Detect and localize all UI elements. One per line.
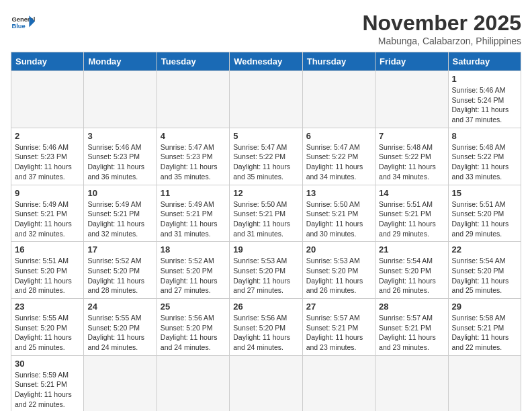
title-block: November 2025 Mabunga, Calabarzon, Phili… [362, 11, 521, 46]
calendar-cell [157, 355, 229, 411]
calendar-cell: 2Sunrise: 5:46 AM Sunset: 5:23 PM Daylig… [11, 128, 84, 185]
day-info: Sunrise: 5:57 AM Sunset: 5:21 PM Dayligh… [306, 313, 371, 353]
day-number: 11 [161, 188, 226, 198]
calendar-cell: 15Sunrise: 5:51 AM Sunset: 5:20 PM Dayli… [448, 185, 521, 242]
day-number: 26 [233, 302, 298, 312]
day-number: 13 [306, 188, 371, 198]
day-info: Sunrise: 5:48 AM Sunset: 5:22 PM Dayligh… [379, 142, 444, 182]
calendar-cell: 26Sunrise: 5:56 AM Sunset: 5:20 PM Dayli… [230, 299, 302, 356]
day-number: 16 [15, 244, 80, 255]
day-number: 24 [87, 302, 152, 312]
calendar-cell: 1Sunrise: 5:46 AM Sunset: 5:24 PM Daylig… [448, 71, 521, 128]
calendar-cell: 14Sunrise: 5:51 AM Sunset: 5:21 PM Dayli… [375, 185, 448, 242]
calendar-week-row: 1Sunrise: 5:46 AM Sunset: 5:24 PM Daylig… [11, 71, 521, 128]
calendar-cell [302, 71, 375, 128]
day-number: 22 [452, 244, 517, 255]
calendar-week-row: 2Sunrise: 5:46 AM Sunset: 5:23 PM Daylig… [11, 128, 521, 185]
day-info: Sunrise: 5:47 AM Sunset: 5:22 PM Dayligh… [306, 142, 371, 182]
day-number: 20 [306, 244, 371, 255]
calendar-cell: 13Sunrise: 5:50 AM Sunset: 5:21 PM Dayli… [302, 185, 375, 242]
day-number: 30 [15, 359, 80, 369]
calendar-cell: 9Sunrise: 5:49 AM Sunset: 5:21 PM Daylig… [11, 185, 84, 242]
day-info: Sunrise: 5:53 AM Sunset: 5:20 PM Dayligh… [233, 256, 298, 295]
calendar-cell: 17Sunrise: 5:52 AM Sunset: 5:20 PM Dayli… [84, 242, 157, 299]
day-info: Sunrise: 5:49 AM Sunset: 5:21 PM Dayligh… [87, 199, 152, 239]
calendar-header-row: SundayMondayTuesdayWednesdayThursdayFrid… [11, 52, 521, 71]
month-title: November 2025 [362, 11, 521, 36]
day-info: Sunrise: 5:54 AM Sunset: 5:20 PM Dayligh… [452, 256, 517, 295]
day-info: Sunrise: 5:57 AM Sunset: 5:21 PM Dayligh… [379, 313, 444, 353]
day-info: Sunrise: 5:56 AM Sunset: 5:20 PM Dayligh… [233, 313, 298, 353]
calendar-cell: 11Sunrise: 5:49 AM Sunset: 5:21 PM Dayli… [157, 185, 229, 242]
day-number: 6 [306, 131, 371, 141]
day-number: 17 [87, 244, 152, 255]
calendar-cell: 24Sunrise: 5:55 AM Sunset: 5:20 PM Dayli… [84, 299, 157, 356]
calendar-cell: 27Sunrise: 5:57 AM Sunset: 5:21 PM Dayli… [302, 299, 375, 356]
calendar-cell: 16Sunrise: 5:51 AM Sunset: 5:20 PM Dayli… [11, 242, 84, 299]
calendar-cell [375, 71, 448, 128]
calendar-cell: 7Sunrise: 5:48 AM Sunset: 5:22 PM Daylig… [375, 128, 448, 185]
day-number: 28 [379, 302, 444, 312]
day-number: 10 [87, 188, 152, 198]
day-number: 5 [233, 131, 298, 141]
calendar-cell: 19Sunrise: 5:53 AM Sunset: 5:20 PM Dayli… [230, 242, 302, 299]
calendar-cell: 25Sunrise: 5:56 AM Sunset: 5:20 PM Dayli… [157, 299, 229, 356]
weekday-header-thursday: Thursday [302, 52, 375, 71]
day-number: 15 [452, 188, 517, 198]
calendar-cell [302, 355, 375, 411]
day-info: Sunrise: 5:47 AM Sunset: 5:22 PM Dayligh… [233, 142, 298, 182]
calendar-cell: 29Sunrise: 5:58 AM Sunset: 5:21 PM Dayli… [448, 299, 521, 356]
day-number: 27 [306, 302, 371, 312]
day-info: Sunrise: 5:54 AM Sunset: 5:20 PM Dayligh… [379, 256, 444, 295]
day-info: Sunrise: 5:51 AM Sunset: 5:20 PM Dayligh… [15, 256, 80, 295]
logo-icon: General Blue [11, 11, 35, 35]
calendar-table: SundayMondayTuesdayWednesdayThursdayFrid… [11, 52, 521, 411]
calendar-week-row: 23Sunrise: 5:55 AM Sunset: 5:20 PM Dayli… [11, 299, 521, 356]
day-info: Sunrise: 5:46 AM Sunset: 5:23 PM Dayligh… [15, 142, 80, 182]
calendar-cell: 28Sunrise: 5:57 AM Sunset: 5:21 PM Dayli… [375, 299, 448, 356]
day-number: 14 [379, 188, 444, 198]
logo: General Blue [11, 11, 35, 35]
day-info: Sunrise: 5:56 AM Sunset: 5:20 PM Dayligh… [161, 313, 226, 353]
day-info: Sunrise: 5:55 AM Sunset: 5:20 PM Dayligh… [15, 313, 80, 353]
day-info: Sunrise: 5:51 AM Sunset: 5:21 PM Dayligh… [379, 199, 444, 239]
day-info: Sunrise: 5:53 AM Sunset: 5:20 PM Dayligh… [306, 256, 371, 295]
day-info: Sunrise: 5:48 AM Sunset: 5:22 PM Dayligh… [452, 142, 517, 182]
day-number: 2 [15, 131, 80, 141]
day-number: 25 [161, 302, 226, 312]
day-number: 23 [15, 302, 80, 312]
calendar-cell [157, 71, 229, 128]
calendar-cell: 18Sunrise: 5:52 AM Sunset: 5:20 PM Dayli… [157, 242, 229, 299]
day-number: 8 [452, 131, 517, 141]
weekday-header-saturday: Saturday [448, 52, 521, 71]
calendar-cell: 22Sunrise: 5:54 AM Sunset: 5:20 PM Dayli… [448, 242, 521, 299]
svg-text:Blue: Blue [11, 23, 25, 30]
day-info: Sunrise: 5:59 AM Sunset: 5:21 PM Dayligh… [15, 370, 80, 410]
calendar-cell [448, 355, 521, 411]
weekday-header-wednesday: Wednesday [230, 52, 302, 71]
day-info: Sunrise: 5:46 AM Sunset: 5:23 PM Dayligh… [87, 142, 152, 182]
calendar-cell [11, 71, 84, 128]
day-info: Sunrise: 5:51 AM Sunset: 5:20 PM Dayligh… [452, 199, 517, 239]
calendar-cell: 6Sunrise: 5:47 AM Sunset: 5:22 PM Daylig… [302, 128, 375, 185]
weekday-header-monday: Monday [84, 52, 157, 71]
weekday-header-friday: Friday [375, 52, 448, 71]
day-number: 21 [379, 244, 444, 255]
day-info: Sunrise: 5:55 AM Sunset: 5:20 PM Dayligh… [87, 313, 152, 353]
day-number: 19 [233, 244, 298, 255]
calendar-cell [375, 355, 448, 411]
calendar-week-row: 16Sunrise: 5:51 AM Sunset: 5:20 PM Dayli… [11, 242, 521, 299]
calendar-cell [84, 71, 157, 128]
calendar-cell: 21Sunrise: 5:54 AM Sunset: 5:20 PM Dayli… [375, 242, 448, 299]
day-number: 12 [233, 188, 298, 198]
day-info: Sunrise: 5:50 AM Sunset: 5:21 PM Dayligh… [306, 199, 371, 239]
day-info: Sunrise: 5:52 AM Sunset: 5:20 PM Dayligh… [87, 256, 152, 295]
location: Mabunga, Calabarzon, Philippines [362, 36, 521, 46]
day-number: 18 [161, 244, 226, 255]
calendar-cell: 23Sunrise: 5:55 AM Sunset: 5:20 PM Dayli… [11, 299, 84, 356]
day-number: 29 [452, 302, 517, 312]
day-number: 1 [452, 74, 517, 84]
weekday-header-sunday: Sunday [11, 52, 84, 71]
day-info: Sunrise: 5:46 AM Sunset: 5:24 PM Dayligh… [452, 85, 517, 125]
calendar-cell: 8Sunrise: 5:48 AM Sunset: 5:22 PM Daylig… [448, 128, 521, 185]
